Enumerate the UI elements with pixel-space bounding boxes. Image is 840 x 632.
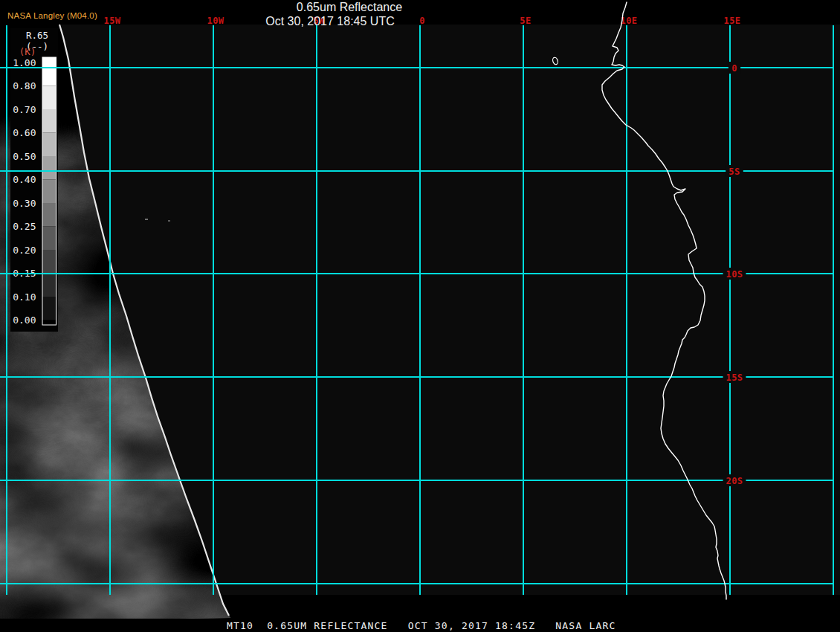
colorbar-tick-label: 0.30 — [13, 198, 36, 209]
colorbar-tick-label: 0.20 — [13, 245, 36, 256]
lon-label: 0 — [419, 16, 425, 26]
colorbar-strip-segment — [42, 297, 56, 320]
colorbar-strip-segment — [42, 227, 56, 251]
image-timestamp: Oct 30, 2017 18:45 UTC — [265, 15, 394, 28]
colorbar-strip-segment — [42, 320, 56, 326]
colorbar-strip-segment — [42, 57, 56, 86]
colorbar-tick-label: 0.70 — [13, 104, 36, 115]
lon-label: 10W — [207, 16, 224, 26]
colorbar-tick-label: 0.10 — [13, 291, 36, 303]
nasa-credit-label: NASA Langley (M04.0) — [7, 11, 97, 20]
lon-label: 5E — [520, 16, 531, 26]
lat-label: 0 — [731, 63, 737, 74]
cloud-speck — [145, 219, 148, 220]
status-bar: MT10 0.65UM REFLECTANCE OCT 30, 2017 18:… — [0, 619, 840, 632]
colorbar-tick-label: 0.40 — [13, 174, 36, 185]
colorbar-tick-label: 1.00 — [13, 57, 36, 68]
satellite-viewer: 1.000.800.700.600.500.400.300.250.200.15… — [0, 0, 840, 632]
colorbar-tick-label: 0.60 — [13, 127, 36, 138]
image-title: 0.65um Reflectance — [297, 1, 402, 14]
colorbar-strip-segment — [42, 109, 56, 133]
colorbar-tick-label: 0.00 — [13, 315, 36, 326]
lon-label: 15W — [103, 16, 120, 26]
lat-label: 5S — [728, 167, 740, 177]
lon-label: 15E — [723, 16, 740, 26]
colorbar-strip-segment — [42, 86, 56, 110]
colorbar-tick-label: 0.25 — [13, 221, 36, 232]
colorbar-tick-label: 0.50 — [13, 151, 36, 162]
colorbar-strip-segment — [42, 203, 56, 227]
lat-label: 10S — [726, 269, 743, 280]
colorbar-strip-segment — [42, 180, 56, 204]
colorbar-tick-label: 0.80 — [13, 80, 36, 91]
lat-label: 15S — [726, 373, 743, 383]
cloud-speck — [168, 220, 170, 222]
colorbar-title: R.65 — [26, 30, 48, 41]
map-canvas: 1.000.800.700.600.500.400.300.250.200.15… — [0, 0, 840, 632]
colorbar-units-label: (K) — [19, 46, 36, 57]
status-text: MT10 0.65UM REFLECTANCE OCT 30, 2017 18:… — [227, 620, 616, 631]
colorbar-strip-segment — [42, 156, 56, 180]
colorbar-strip-segment — [42, 274, 56, 297]
colorbar-strip-segment — [42, 133, 56, 157]
colorbar-strip-segment — [42, 250, 56, 274]
lat-label: 20S — [726, 476, 743, 486]
